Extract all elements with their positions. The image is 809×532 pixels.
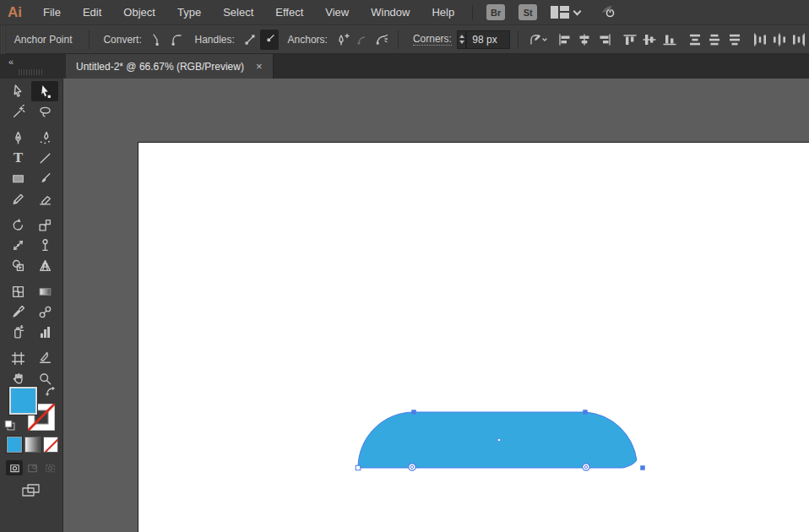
align-v-center-icon[interactable] (641, 30, 659, 50)
anchor-point-selected[interactable] (583, 410, 588, 415)
menu-window[interactable]: Window (360, 0, 421, 25)
menu-type[interactable]: Type (166, 0, 212, 25)
corners-stepper[interactable] (457, 30, 466, 49)
divider (472, 5, 473, 20)
shape-center-point (498, 439, 501, 442)
transform-menu-icon[interactable] (525, 30, 550, 50)
fill-swatch[interactable] (9, 387, 37, 415)
convert-corner-icon[interactable] (148, 30, 166, 50)
screen-mode-button[interactable] (19, 482, 44, 499)
live-corner-widget[interactable] (583, 464, 589, 470)
artboard-shape-layer (138, 143, 809, 532)
align-right-icon[interactable] (595, 30, 613, 50)
eraser-tool[interactable] (31, 188, 58, 209)
menu-object[interactable]: Object (112, 0, 166, 25)
anchors-label: Anchors: (288, 34, 328, 46)
direct-selection-tool[interactable] (31, 81, 58, 101)
shaper-tool[interactable] (4, 188, 31, 209)
stock-button[interactable]: St (519, 4, 537, 20)
canvas[interactable] (63, 79, 809, 532)
anchor-point-selected[interactable] (411, 410, 416, 415)
symbol-sprayer-tool[interactable] (4, 322, 31, 342)
corners-label[interactable]: Corners: (413, 33, 452, 46)
menu-file[interactable]: File (32, 0, 72, 25)
show-handles-icon[interactable] (241, 30, 258, 50)
rectangle-tool[interactable] (4, 168, 31, 188)
menu-bar: Ai File Edit Object Type Select Effect V… (0, 0, 809, 25)
align-h-center-icon[interactable] (576, 30, 594, 50)
width-tool[interactable] (4, 235, 31, 255)
toolbar-drag-handle[interactable] (19, 69, 44, 75)
share-icon[interactable] (599, 3, 616, 23)
selection-tool[interactable] (4, 81, 31, 101)
draw-behind-button[interactable] (24, 460, 41, 475)
anchor-point-unselected[interactable] (356, 465, 361, 470)
svg-text:T: T (13, 151, 22, 166)
convert-label: Convert: (103, 34, 141, 46)
toolbar-collapse-icon[interactable]: « (8, 57, 14, 67)
mesh-tool[interactable] (4, 281, 31, 301)
chevron-down-icon (573, 7, 582, 15)
menu-help[interactable]: Help (421, 0, 465, 25)
puppet-warp-tool[interactable] (31, 235, 58, 255)
document-tab-title: Untitled-2* @ 66.67% (RGB/Preview) (76, 61, 244, 73)
line-segment-tool[interactable] (31, 148, 58, 168)
distribute-right-icon[interactable] (790, 30, 808, 50)
document-tab-bar: « Untitled-2* @ 66.67% (RGB/Preview) × (0, 54, 809, 79)
corners-input[interactable] (466, 30, 510, 49)
curvature-tool[interactable] (31, 128, 58, 148)
eyedropper-tool[interactable] (4, 301, 31, 322)
gradient-tool[interactable] (31, 281, 58, 301)
shape-builder-tool[interactable] (4, 255, 31, 275)
bridge-button[interactable]: Br (486, 4, 505, 20)
distribute-top-icon[interactable] (686, 30, 703, 50)
slice-tool[interactable] (31, 348, 58, 368)
magic-wand-tool[interactable] (4, 101, 31, 122)
menu-effect[interactable]: Effect (264, 0, 314, 25)
gradient-button[interactable] (24, 437, 40, 453)
close-tab-icon[interactable]: × (256, 61, 263, 72)
hide-handles-icon[interactable] (260, 30, 278, 50)
rotate-tool[interactable] (4, 214, 31, 235)
color-type-buttons (4, 437, 58, 453)
lasso-tool[interactable] (31, 101, 58, 122)
default-fill-stroke-icon[interactable] (4, 420, 16, 432)
distribute-bottom-icon[interactable] (725, 30, 743, 50)
menu-view[interactable]: View (314, 0, 360, 25)
color-button[interactable] (7, 437, 22, 453)
connect-anchor-icon[interactable] (373, 30, 391, 50)
align-top-icon[interactable] (621, 30, 638, 50)
align-left-icon[interactable] (556, 30, 573, 50)
panel-grip (0, 25, 6, 54)
workspace-switcher-icon[interactable] (551, 6, 580, 19)
pen-tool[interactable] (4, 128, 31, 148)
anchor-point-selected[interactable] (640, 465, 645, 470)
scale-tool[interactable] (31, 214, 58, 235)
artboard-tool[interactable] (4, 348, 31, 368)
none-button[interactable] (43, 437, 58, 453)
menu-select[interactable]: Select (212, 0, 264, 25)
handles-label: Handles: (194, 34, 234, 46)
distribute-v-center-icon[interactable] (705, 30, 723, 50)
align-bottom-icon[interactable] (660, 30, 678, 50)
draw-inside-button[interactable] (41, 460, 58, 475)
document-tab[interactable]: Untitled-2* @ 66.67% (RGB/Preview) × (66, 54, 274, 79)
swap-fill-stroke-icon[interactable] (45, 386, 57, 398)
type-tool[interactable]: T (4, 148, 31, 168)
artboard[interactable] (138, 142, 809, 532)
live-corner-widget[interactable] (409, 464, 415, 470)
paintbrush-tool[interactable] (31, 168, 58, 188)
distribute-h-center-icon[interactable] (770, 30, 788, 50)
perspective-grid-tool[interactable] (31, 255, 58, 275)
illustrator-window: Ai File Edit Object Type Select Effect V… (0, 0, 809, 532)
remove-anchor-icon[interactable] (353, 30, 371, 50)
draw-normal-button[interactable] (6, 460, 23, 475)
add-anchor-icon[interactable] (334, 30, 351, 50)
blend-tool[interactable] (31, 301, 58, 322)
distribute-left-icon[interactable] (751, 30, 768, 50)
menu-edit[interactable]: Edit (72, 0, 112, 25)
app-logo: Ai (0, 4, 32, 21)
selected-shape[interactable] (358, 412, 637, 468)
convert-smooth-icon[interactable] (167, 30, 185, 50)
column-graph-tool[interactable] (31, 322, 58, 342)
